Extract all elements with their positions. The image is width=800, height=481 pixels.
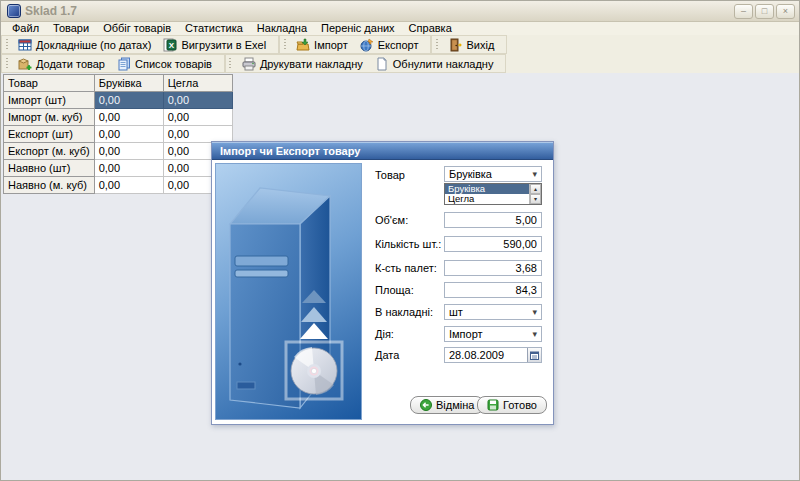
value-cell[interactable]: 0,00 [94,109,163,126]
row-label-cell: Імпорт (м. куб) [4,109,95,126]
btn-export-excel[interactable]: X Вигрузити в Exel [157,36,272,53]
action-select[interactable]: Імпорт ▾ [444,326,542,342]
cancel-button[interactable]: Відміна [410,396,484,414]
exit-door-icon [448,38,462,52]
export-icon [360,38,374,52]
value-cell[interactable]: 0,00 [163,126,232,143]
row-label-cell: Імпорт (шт) [4,92,95,109]
product-dropdown-list: Бруківка Цегла ▴ ▾ [444,183,542,205]
toolbar-gripper[interactable] [5,58,8,69]
window-title: Sklad 1.7 [25,4,77,18]
btn-export[interactable]: Експорт [354,36,425,53]
chevron-down-icon: ▾ [532,329,541,339]
btn-label: Імпорт [314,39,348,51]
volume-label: Об'єм: [375,214,408,226]
toolbar-group-invoice: Друкувати накладну Обнулити накладну [225,54,507,73]
area-label: Площа: [375,284,414,296]
calendar-icon [530,351,539,360]
btn-product-list[interactable]: Список товарів [111,55,218,72]
btn-print-invoice[interactable]: Друкувати накладну [236,55,369,72]
table-row[interactable]: Наявно (шт) 0,00 0,00 [4,160,233,177]
date-input[interactable]: 28.08.2009 [444,347,542,363]
value-cell[interactable]: 0,00 [94,143,163,160]
blank-page-icon [375,57,389,71]
btn-label: Друкувати накладну [260,58,363,70]
btn-reset-invoice[interactable]: Обнулити накладну [369,55,500,72]
row-label-cell: Наявно (м. куб) [4,177,95,194]
menu-item-turnover[interactable]: Оббіг товарів [96,22,178,35]
table-header-cell[interactable]: Товар [4,75,95,92]
scroll-up-button[interactable]: ▴ [530,184,541,194]
btn-label: Список товарів [135,58,212,70]
toolbar-gripper[interactable] [229,58,232,69]
product-select-value: Бруківка [449,168,492,180]
value-cell[interactable]: 0,00 [94,126,163,143]
table-header-cell[interactable]: Цегла [163,75,232,92]
value-cell[interactable]: 0,00 [163,92,232,109]
minimize-button[interactable]: – [734,4,753,19]
btn-import[interactable]: Імпорт [290,36,354,53]
btn-label: Вихід [466,39,494,51]
done-button-label: Готово [503,399,537,411]
toolbar-products: Додати товар Список товарів [1,54,799,73]
chevron-down-icon: ▾ [532,169,541,179]
btn-label: Обнулити накладну [393,58,494,70]
action-label: Дія: [375,328,394,340]
import-export-dialog: Імпорт чи Експорт товару [211,141,554,425]
menu-item-invoice[interactable]: Накладна [250,22,314,35]
invoice-unit-select[interactable]: шт ▾ [444,304,542,320]
table-header-cell[interactable]: Бруківка [94,75,163,92]
table-row[interactable]: Експорт (шт) 0,00 0,00 [4,126,233,143]
menu-item-statistics[interactable]: Статистика [178,22,250,35]
dialog-body: Товар Бруківка ▾ Бруківка Цегла ▴ ▾ Об'є… [212,160,553,424]
add-product-icon [18,57,32,71]
menu-item-data-transfer[interactable]: Переніс даних [314,22,402,35]
dropdown-item-selected[interactable]: Бруківка [445,184,529,194]
value-cell[interactable]: 0,00 [163,109,232,126]
quantity-input[interactable] [444,236,542,252]
table-header-row: Товар Бруківка Цегла [4,75,233,92]
toolbar-gripper[interactable] [5,39,8,50]
btn-add-product[interactable]: Додати товар [12,55,111,72]
table-row[interactable]: Імпорт (шт) 0,00 0,00 [4,92,233,109]
close-button[interactable]: × [776,4,795,19]
dropdown-scrollbar[interactable]: ▴ ▾ [529,184,541,204]
scroll-down-button[interactable]: ▾ [530,194,541,204]
menu-bar: Файл Товари Оббіг товарів Статистика Нак… [1,22,799,35]
dropdown-item[interactable]: Цегла [445,194,529,204]
date-picker-button[interactable] [527,348,541,362]
table-row[interactable]: Імпорт (м. куб) 0,00 0,00 [4,109,233,126]
toolbar-group-goods: Додати товар Список товарів [1,54,225,73]
dialog-titlebar[interactable]: Імпорт чи Експорт товару [212,142,553,160]
table-row[interactable]: Експорт (м. куб) 0,00 0,00 [4,143,233,160]
value-cell[interactable]: 0,00 [94,160,163,177]
btn-exit[interactable]: Вихід [442,36,500,53]
toolbar-gripper[interactable] [283,39,286,50]
window-titlebar[interactable]: Sklad 1.7 – □ × [1,1,799,22]
volume-input[interactable] [444,212,542,228]
done-button[interactable]: Готово [477,396,547,414]
cancel-button-label: Відміна [436,399,474,411]
value-cell[interactable]: 0,00 [94,92,163,109]
action-value: Імпорт [449,328,483,340]
table-row[interactable]: Наявно (м. куб) 0,00 0,00 [4,177,233,194]
btn-label: Докладніше (по датах) [36,39,151,51]
row-label-cell: Експорт (шт) [4,126,95,143]
menu-item-products[interactable]: Товари [46,22,96,35]
svg-text:X: X [169,41,175,50]
computer-art-panel [215,163,362,420]
btn-label: Експорт [378,39,419,51]
product-select[interactable]: Бруківка ▾ [444,166,542,182]
product-label: Товар [375,169,405,181]
save-disk-icon [487,399,499,411]
pallets-input[interactable] [444,260,542,276]
maximize-button[interactable]: □ [755,4,774,19]
menu-item-file[interactable]: Файл [5,22,46,35]
btn-details-by-dates[interactable]: Докладніше (по датах) [12,36,157,53]
printer-icon [242,57,256,71]
date-label: Дата [375,349,399,361]
toolbar-gripper[interactable] [435,39,438,50]
area-input[interactable] [444,282,542,298]
value-cell[interactable]: 0,00 [94,177,163,194]
menu-item-help[interactable]: Справка [402,22,459,35]
